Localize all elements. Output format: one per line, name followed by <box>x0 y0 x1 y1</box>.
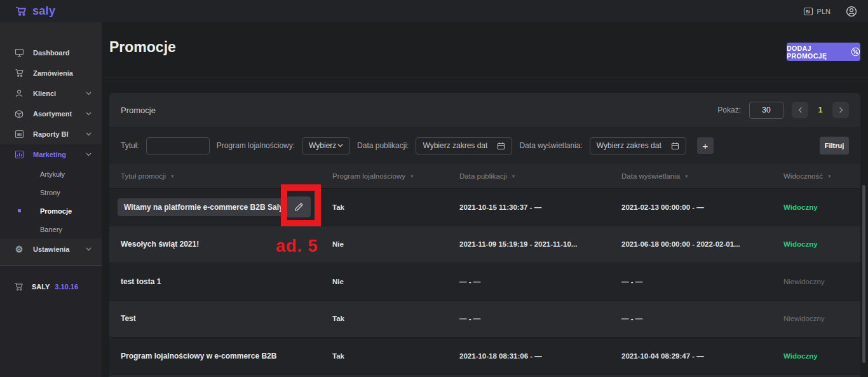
account-icon[interactable] <box>846 6 857 17</box>
add-button-label: DODAJ PROMOCJĘ <box>787 45 846 60</box>
app-name: SALY <box>32 283 50 291</box>
table-row[interactable]: Program lojalnościowy w e-commerce B2B T… <box>109 337 860 374</box>
active-dot-icon <box>18 209 21 212</box>
cell-displayed: 2021-02-13 00:00:00 - — <box>621 203 783 211</box>
sidebar-item-label: Ustawienia <box>33 245 69 253</box>
chevron-down-icon <box>86 247 92 251</box>
cart-icon <box>14 282 24 291</box>
app-logo[interactable]: saly <box>15 4 55 18</box>
cell-published: — - — <box>459 278 621 285</box>
logo-text: saly <box>32 4 55 18</box>
monitor-icon <box>14 48 24 57</box>
sidebar-subitem-label: Artykuły <box>40 170 65 178</box>
sidebar-subitem-label: Promocje <box>40 207 72 215</box>
sort-caret-icon: ▾ <box>171 173 174 179</box>
title-filter-label: Tytuł: <box>121 141 139 150</box>
cell-displayed: 2021-10-04 08:29:47 - — <box>621 352 783 360</box>
app-version: 3.10.16 <box>55 283 78 291</box>
table-row[interactable]: Test Tak — - — — - — Niewidoczny <box>109 300 860 338</box>
cell-displayed: — - — <box>621 315 783 322</box>
table-header: Tytuł promocji▾ Program lojalnościowy▾ D… <box>109 164 860 188</box>
scrollbar-thumb[interactable] <box>862 185 865 363</box>
chevron-down-icon <box>86 132 92 136</box>
sidebar-item-dashboard[interactable]: Dashboard <box>0 43 102 63</box>
currency-label: PLN <box>817 8 831 15</box>
cell-displayed: — - — <box>621 278 783 285</box>
column-header-loyalty[interactable]: Program lojalnościowy▾ <box>332 172 459 180</box>
sidebar-subitem-promocje[interactable]: Promocje <box>0 202 102 220</box>
currency-selector[interactable]: Bi PLN <box>803 7 831 16</box>
column-header-displayed[interactable]: Data wyświetlania▾ <box>621 172 783 180</box>
sidebar-item-klienci[interactable]: Klienci <box>0 83 102 104</box>
sidebar-item-asortyment[interactable]: Asortyment <box>0 104 102 124</box>
visibility-status: Niewidoczny <box>783 315 849 322</box>
cell-published: — - — <box>459 315 621 322</box>
calendar-icon <box>497 142 505 150</box>
table-row-partial <box>109 374 860 377</box>
add-promotion-button[interactable]: DODAJ PROMOCJĘ <box>787 43 860 61</box>
sidebar-item-ustawienia[interactable]: ⚙ Ustawienia <box>0 238 102 260</box>
cell-published: 2021-11-09 15:19:19 - 2021-11-10... <box>459 240 621 248</box>
gear-icon: ⚙ <box>14 244 24 254</box>
display-date-range-picker[interactable]: Wybierz zakres dat <box>590 137 686 154</box>
row-title: Witamy na platformie e-commerce B2B Saly… <box>124 203 284 212</box>
table-row[interactable]: Wesołych świąt 2021! Nie 2021-11-09 15:1… <box>109 226 860 263</box>
row-title: Test <box>121 314 332 323</box>
filter-submit-button[interactable]: Filtruj <box>820 137 849 154</box>
add-filter-button[interactable]: + <box>697 137 714 154</box>
row-title-edit-field[interactable]: Witamy na platformie e-commerce B2B Saly… <box>118 198 284 216</box>
cell-loyalty: Nie <box>332 278 459 285</box>
marketing-icon <box>14 150 24 159</box>
cell-published: 2021-10-18 08:31:06 - — <box>459 352 621 360</box>
sidebar-item-marketing[interactable]: Marketing <box>0 144 102 165</box>
publish-date-range-picker[interactable]: Wybierz zakres dat <box>416 137 512 154</box>
topbar-right: Bi PLN <box>803 6 857 17</box>
svg-text:BI: BI <box>17 132 22 137</box>
filter-bar: Tytuł: Program lojalnościowy: Wybierz Da… <box>109 127 860 164</box>
edit-row-button[interactable] <box>287 196 311 217</box>
table-row[interactable]: Witamy na platformie e-commerce B2B Saly… <box>109 188 860 226</box>
sidebar-subitem-artykuly[interactable]: Artykuły <box>0 165 102 183</box>
column-label: Data publikacji <box>459 172 507 180</box>
sort-caret-icon: ▾ <box>410 173 414 179</box>
title-filter-input[interactable] <box>146 137 210 154</box>
sidebar-item-label: Marketing <box>33 151 66 158</box>
cell-loyalty: Nie <box>332 240 459 248</box>
per-page-input[interactable] <box>749 102 783 119</box>
chevron-down-icon <box>86 112 92 116</box>
visibility-status: Widoczny <box>783 203 849 211</box>
loyalty-filter-select[interactable]: Wybierz <box>302 137 350 154</box>
column-header-title[interactable]: Tytuł promocji▾ <box>121 172 332 180</box>
prev-page-button[interactable] <box>792 102 808 118</box>
main-content: Promocje DODAJ PROMOCJĘ Promocje Pokaż: … <box>102 22 868 377</box>
current-page-number: 1 <box>817 106 824 114</box>
filter-button-label: Filtruj <box>825 142 844 149</box>
row-title: Program lojalnościowy w e-commerce B2B <box>121 352 332 360</box>
sidebar-item-zamowienia[interactable]: Zamówienia <box>0 63 102 83</box>
publish-date-placeholder: Wybierz zakres dat <box>423 141 487 150</box>
panel-header: Promocje Pokaż: 1 <box>109 93 860 127</box>
sidebar-item-label: Raporty BI <box>33 130 69 138</box>
cell-published: 2021-10-15 11:30:37 - — <box>459 203 621 211</box>
table-row[interactable]: test tosta 1 Nie — - — — - — Niewidoczny <box>109 263 860 300</box>
publish-date-filter-label: Data publikacji: <box>357 141 409 150</box>
sidebar-subitem-label: Banery <box>40 226 62 233</box>
cell-loyalty: Tak <box>332 203 459 211</box>
column-header-visibility[interactable]: Widoczność▾ <box>783 172 849 180</box>
sidebar-item-label: Asortyment <box>33 110 72 118</box>
sidebar-subitem-label: Strony <box>40 189 60 196</box>
sidebar-item-label: Klienci <box>33 90 56 97</box>
sidebar-item-raporty-bi[interactable]: BI Raporty BI <box>0 124 102 144</box>
chevron-down-icon <box>86 153 92 156</box>
chevron-down-icon <box>337 144 343 147</box>
sidebar-subitem-banery[interactable]: Banery <box>0 220 102 238</box>
column-label: Data wyświetlania <box>621 172 680 180</box>
next-page-button[interactable] <box>832 102 849 118</box>
column-header-published[interactable]: Data publikacji▾ <box>459 172 621 180</box>
sidebar-item-label: Zamówienia <box>33 69 73 77</box>
sidebar-subitem-strony[interactable]: Strony <box>0 183 102 202</box>
person-icon <box>14 89 24 98</box>
sidebar-item-label: Dashboard <box>33 49 69 57</box>
column-label: Program lojalnościowy <box>332 172 405 180</box>
loyalty-selected-value: Wybierz <box>309 141 336 150</box>
